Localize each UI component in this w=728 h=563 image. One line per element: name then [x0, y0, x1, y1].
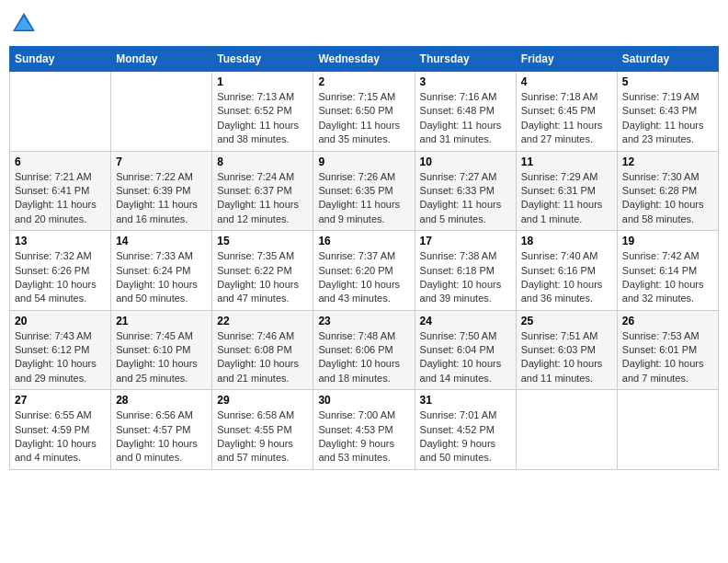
day-info: Sunrise: 7:35 AMSunset: 6:22 PMDaylight:…	[217, 249, 308, 306]
day-info: Sunrise: 7:19 AMSunset: 6:43 PMDaylight:…	[622, 90, 713, 147]
day-number: 5	[622, 75, 713, 88]
day-number: 23	[318, 315, 409, 327]
day-cell: 23Sunrise: 7:48 AMSunset: 6:06 PMDayligh…	[313, 310, 415, 390]
day-number: 30	[318, 394, 409, 407]
day-number: 27	[15, 394, 106, 407]
day-number: 22	[217, 315, 308, 327]
page-header	[9, 9, 719, 39]
day-info: Sunrise: 7:48 AMSunset: 6:06 PMDaylight:…	[318, 329, 409, 386]
day-cell: 2Sunrise: 7:15 AMSunset: 6:50 PMDaylight…	[313, 72, 415, 152]
day-number: 11	[521, 155, 612, 168]
day-info: Sunrise: 7:40 AMSunset: 6:16 PMDaylight:…	[521, 249, 612, 306]
weekday-header-thursday: Thursday	[415, 47, 516, 72]
day-info: Sunrise: 7:16 AMSunset: 6:48 PMDaylight:…	[420, 90, 511, 147]
weekday-header-friday: Friday	[516, 47, 617, 72]
day-info: Sunrise: 7:46 AMSunset: 6:08 PMDaylight:…	[217, 329, 308, 386]
day-info: Sunrise: 7:53 AMSunset: 6:01 PMDaylight:…	[622, 329, 713, 386]
day-cell: 22Sunrise: 7:46 AMSunset: 6:08 PMDayligh…	[212, 310, 313, 390]
day-cell: 29Sunrise: 6:58 AMSunset: 4:55 PMDayligh…	[212, 390, 313, 470]
day-number: 26	[622, 315, 713, 327]
day-cell	[617, 390, 718, 470]
day-info: Sunrise: 7:51 AMSunset: 6:03 PMDaylight:…	[521, 329, 612, 386]
day-cell: 20Sunrise: 7:43 AMSunset: 6:12 PMDayligh…	[10, 310, 111, 390]
day-number: 17	[420, 235, 511, 247]
day-number: 1	[217, 75, 308, 88]
day-cell: 7Sunrise: 7:22 AMSunset: 6:39 PMDaylight…	[111, 151, 212, 231]
day-cell	[516, 390, 617, 470]
day-number: 4	[521, 75, 612, 88]
day-info: Sunrise: 7:37 AMSunset: 6:20 PMDaylight:…	[318, 249, 409, 306]
week-row-1: 1Sunrise: 7:13 AMSunset: 6:52 PMDaylight…	[10, 72, 719, 152]
day-cell: 12Sunrise: 7:30 AMSunset: 6:28 PMDayligh…	[617, 151, 718, 231]
day-number: 20	[15, 315, 106, 327]
day-info: Sunrise: 6:58 AMSunset: 4:55 PMDaylight:…	[217, 408, 308, 465]
day-cell: 26Sunrise: 7:53 AMSunset: 6:01 PMDayligh…	[617, 310, 718, 390]
weekday-header-tuesday: Tuesday	[212, 47, 313, 72]
logo	[9, 9, 42, 39]
day-cell: 17Sunrise: 7:38 AMSunset: 6:18 PMDayligh…	[415, 231, 516, 311]
day-info: Sunrise: 7:01 AMSunset: 4:52 PMDaylight:…	[420, 408, 511, 465]
day-cell: 14Sunrise: 7:33 AMSunset: 6:24 PMDayligh…	[111, 231, 212, 311]
day-info: Sunrise: 7:43 AMSunset: 6:12 PMDaylight:…	[15, 329, 106, 386]
day-number: 7	[116, 155, 207, 168]
day-info: Sunrise: 7:33 AMSunset: 6:24 PMDaylight:…	[116, 249, 207, 306]
weekday-header-wednesday: Wednesday	[313, 47, 415, 72]
day-number: 3	[420, 75, 511, 88]
day-number: 21	[116, 315, 207, 327]
day-info: Sunrise: 7:42 AMSunset: 6:14 PMDaylight:…	[622, 249, 713, 306]
day-cell: 10Sunrise: 7:27 AMSunset: 6:33 PMDayligh…	[415, 151, 516, 231]
day-info: Sunrise: 7:30 AMSunset: 6:28 PMDaylight:…	[622, 170, 713, 227]
day-info: Sunrise: 7:50 AMSunset: 6:04 PMDaylight:…	[420, 329, 511, 386]
day-cell: 5Sunrise: 7:19 AMSunset: 6:43 PMDaylight…	[617, 72, 718, 152]
day-info: Sunrise: 6:55 AMSunset: 4:59 PMDaylight:…	[15, 408, 106, 465]
day-info: Sunrise: 7:29 AMSunset: 6:31 PMDaylight:…	[521, 170, 612, 227]
day-number: 9	[318, 155, 409, 168]
day-cell: 27Sunrise: 6:55 AMSunset: 4:59 PMDayligh…	[10, 390, 111, 470]
day-number: 6	[15, 155, 106, 168]
day-number: 12	[622, 155, 713, 168]
day-cell: 16Sunrise: 7:37 AMSunset: 6:20 PMDayligh…	[313, 231, 415, 311]
day-info: Sunrise: 7:32 AMSunset: 6:26 PMDaylight:…	[15, 249, 106, 306]
day-number: 19	[622, 235, 713, 247]
day-number: 28	[116, 394, 207, 407]
day-cell: 9Sunrise: 7:26 AMSunset: 6:35 PMDaylight…	[313, 151, 415, 231]
day-info: Sunrise: 7:21 AMSunset: 6:41 PMDaylight:…	[15, 170, 106, 227]
day-number: 13	[15, 235, 106, 247]
day-cell: 28Sunrise: 6:56 AMSunset: 4:57 PMDayligh…	[111, 390, 212, 470]
day-number: 2	[318, 75, 409, 88]
day-cell	[111, 72, 212, 152]
week-row-2: 6Sunrise: 7:21 AMSunset: 6:41 PMDaylight…	[10, 151, 719, 231]
day-info: Sunrise: 7:22 AMSunset: 6:39 PMDaylight:…	[116, 170, 207, 227]
day-info: Sunrise: 7:15 AMSunset: 6:50 PMDaylight:…	[318, 90, 409, 147]
day-cell: 1Sunrise: 7:13 AMSunset: 6:52 PMDaylight…	[212, 72, 313, 152]
calendar: SundayMondayTuesdayWednesdayThursdayFrid…	[9, 46, 719, 470]
day-number: 31	[420, 394, 511, 407]
day-info: Sunrise: 7:13 AMSunset: 6:52 PMDaylight:…	[217, 90, 308, 147]
day-cell: 15Sunrise: 7:35 AMSunset: 6:22 PMDayligh…	[212, 231, 313, 311]
day-cell: 11Sunrise: 7:29 AMSunset: 6:31 PMDayligh…	[516, 151, 617, 231]
day-cell: 19Sunrise: 7:42 AMSunset: 6:14 PMDayligh…	[617, 231, 718, 311]
day-cell: 3Sunrise: 7:16 AMSunset: 6:48 PMDaylight…	[415, 72, 516, 152]
day-cell	[10, 72, 111, 152]
day-cell: 24Sunrise: 7:50 AMSunset: 6:04 PMDayligh…	[415, 310, 516, 390]
day-info: Sunrise: 7:38 AMSunset: 6:18 PMDaylight:…	[420, 249, 511, 306]
day-cell: 21Sunrise: 7:45 AMSunset: 6:10 PMDayligh…	[111, 310, 212, 390]
day-cell: 13Sunrise: 7:32 AMSunset: 6:26 PMDayligh…	[10, 231, 111, 311]
weekday-header-sunday: Sunday	[10, 47, 111, 72]
day-info: Sunrise: 6:56 AMSunset: 4:57 PMDaylight:…	[116, 408, 207, 465]
day-number: 18	[521, 235, 612, 247]
day-cell: 4Sunrise: 7:18 AMSunset: 6:45 PMDaylight…	[516, 72, 617, 152]
weekday-header-saturday: Saturday	[617, 47, 718, 72]
week-row-3: 13Sunrise: 7:32 AMSunset: 6:26 PMDayligh…	[10, 231, 719, 311]
day-cell: 18Sunrise: 7:40 AMSunset: 6:16 PMDayligh…	[516, 231, 617, 311]
day-info: Sunrise: 7:45 AMSunset: 6:10 PMDaylight:…	[116, 329, 207, 386]
day-number: 15	[217, 235, 308, 247]
day-cell: 8Sunrise: 7:24 AMSunset: 6:37 PMDaylight…	[212, 151, 313, 231]
day-number: 8	[217, 155, 308, 168]
day-info: Sunrise: 7:26 AMSunset: 6:35 PMDaylight:…	[318, 170, 409, 227]
day-number: 25	[521, 315, 612, 327]
week-row-5: 27Sunrise: 6:55 AMSunset: 4:59 PMDayligh…	[10, 390, 719, 470]
day-cell: 6Sunrise: 7:21 AMSunset: 6:41 PMDaylight…	[10, 151, 111, 231]
day-number: 16	[318, 235, 409, 247]
day-number: 14	[116, 235, 207, 247]
